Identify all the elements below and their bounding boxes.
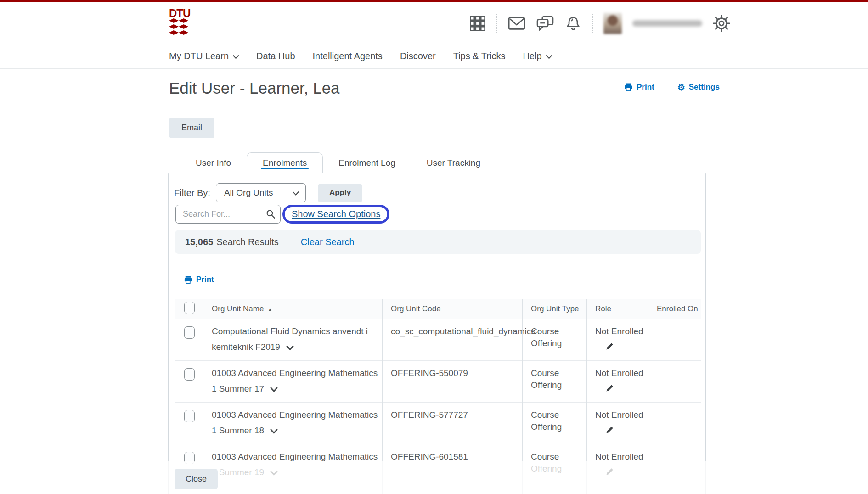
bell-icon[interactable] <box>565 15 581 32</box>
results-count: 15,065 <box>185 237 213 247</box>
avatar[interactable] <box>603 13 622 34</box>
print-action[interactable]: Print <box>624 83 654 92</box>
row-actions-chevron-icon[interactable] <box>286 345 294 350</box>
org-unit-type-cell: Course Offering <box>523 403 587 444</box>
chevron-down-icon <box>293 191 299 196</box>
gear-icon[interactable] <box>713 15 730 32</box>
nav-help[interactable]: Help <box>523 51 552 62</box>
masthead: DTU <box>0 2 868 44</box>
org-unit-type-cell: Course Offering <box>523 361 587 403</box>
table-row: 01003 Advanced Engineering Mathematics 1… <box>175 403 701 444</box>
search-input[interactable] <box>175 205 281 224</box>
edit-role-icon[interactable] <box>605 383 614 393</box>
action-highlight-ring: Show Search Options <box>282 205 389 224</box>
main-nav: My DTU Learn Data Hub Intelligent Agents… <box>0 44 868 69</box>
show-search-options-link[interactable]: Show Search Options <box>292 209 380 219</box>
close-button[interactable]: Close <box>175 469 218 489</box>
enrolled-on-cell <box>648 319 701 361</box>
org-unit-name-cell: 01003 Advanced Engineering Mathematics 1… <box>203 403 383 444</box>
filter-by-label: Filter By: <box>174 188 210 198</box>
table-print-link[interactable]: Print <box>184 275 214 284</box>
enrolled-on-cell <box>648 403 701 444</box>
masthead-icons <box>469 12 730 34</box>
table-row: Computational Fluid Dynamics anvendt i k… <box>175 319 701 361</box>
org-unit-type-cell: Course Offering <box>523 319 587 361</box>
row-checkbox[interactable] <box>184 326 195 339</box>
sort-asc-icon: ▲ <box>267 307 272 312</box>
page-title: Edit User - Learner, Lea <box>169 79 340 97</box>
search-row: Show Search Options <box>175 205 389 224</box>
tab-user-tracking[interactable]: User Tracking <box>411 153 496 173</box>
nav-intelligent-agents[interactable]: Intelligent Agents <box>313 51 383 62</box>
results-label: Search Results <box>216 237 279 247</box>
org-unit-code-cell: OFFERING-550079 <box>383 361 523 403</box>
edit-role-icon[interactable] <box>605 425 614 434</box>
row-checkbox[interactable] <box>184 368 195 381</box>
tab-enrolment-log[interactable]: Enrolment Log <box>323 153 411 173</box>
role-cell: Not Enrolled <box>587 319 648 361</box>
org-unit-select[interactable]: All Org Units <box>216 183 306 202</box>
header-org-unit-name[interactable]: Org Unit Name▲ <box>203 299 383 319</box>
tab-bar: User Info Enrolments Enrolment Log User … <box>180 153 496 173</box>
header-org-unit-code: Org Unit Code <box>383 299 523 319</box>
header-enrolled-on: Enrolled On <box>648 299 701 319</box>
search-field-wrap <box>175 205 281 224</box>
app-grid-icon[interactable] <box>469 15 486 32</box>
settings-action[interactable]: ⚙ Settings <box>677 83 720 92</box>
org-unit-code-cell: OFFERING-577727 <box>383 403 523 444</box>
tab-enrolments[interactable]: Enrolments <box>247 152 323 173</box>
edit-role-icon[interactable] <box>605 342 614 351</box>
select-all-checkbox[interactable] <box>184 302 195 314</box>
printer-icon <box>624 83 633 92</box>
divider <box>592 14 593 33</box>
chat-icon[interactable] <box>536 16 554 31</box>
title-actions: Print ⚙ Settings <box>624 83 720 92</box>
search-results-bar: 15,065 Search Results Clear Search <box>175 230 701 254</box>
tab-user-info[interactable]: User Info <box>180 153 247 173</box>
apply-button[interactable]: Apply <box>318 184 362 202</box>
role-cell: Not Enrolled <box>587 361 648 403</box>
email-button[interactable]: Email <box>169 118 214 138</box>
dialog-footer: Close <box>0 461 868 494</box>
dtu-logo-waves-icon <box>169 18 189 35</box>
nav-discover[interactable]: Discover <box>400 51 436 62</box>
role-cell: Not Enrolled <box>587 403 648 444</box>
header-role: Role <box>587 299 648 319</box>
row-actions-chevron-icon[interactable] <box>270 429 278 434</box>
enrolments-panel: Filter By: All Org Units Apply Show Sear… <box>168 173 706 494</box>
user-name-redacted[interactable] <box>632 20 702 27</box>
search-icon[interactable] <box>266 209 276 219</box>
mail-icon[interactable] <box>508 17 525 30</box>
enrolled-on-cell <box>648 361 701 403</box>
table-row: 01003 Advanced Engineering Mathematics 1… <box>175 361 701 403</box>
clear-search-link[interactable]: Clear Search <box>301 237 355 247</box>
nav-my-dtu-learn[interactable]: My DTU Learn <box>169 51 239 62</box>
chevron-down-icon <box>546 55 552 59</box>
org-unit-code-cell: co_sc_computational_fluid_dynamics <box>383 319 523 361</box>
org-unit-name-cell: 01003 Advanced Engineering Mathematics 1… <box>203 361 383 403</box>
printer-icon <box>184 275 192 284</box>
dtu-logo[interactable]: DTU <box>169 8 191 37</box>
row-actions-chevron-icon[interactable] <box>270 387 278 392</box>
chevron-down-icon <box>233 55 239 59</box>
org-unit-name-cell: Computational Fluid Dynamics anvendt i k… <box>203 319 383 361</box>
dtu-logo-text: DTU <box>169 8 191 18</box>
nav-data-hub[interactable]: Data Hub <box>256 51 295 62</box>
filter-row: Filter By: All Org Units Apply <box>174 183 362 202</box>
divider <box>496 14 497 33</box>
row-checkbox[interactable] <box>184 410 195 422</box>
header-org-unit-type: Org Unit Type <box>523 299 587 319</box>
nav-tips-tricks[interactable]: Tips & Tricks <box>453 51 506 62</box>
gear-icon: ⚙ <box>677 83 685 92</box>
table-header-row: Org Unit Name▲ Org Unit Code Org Unit Ty… <box>175 299 701 319</box>
